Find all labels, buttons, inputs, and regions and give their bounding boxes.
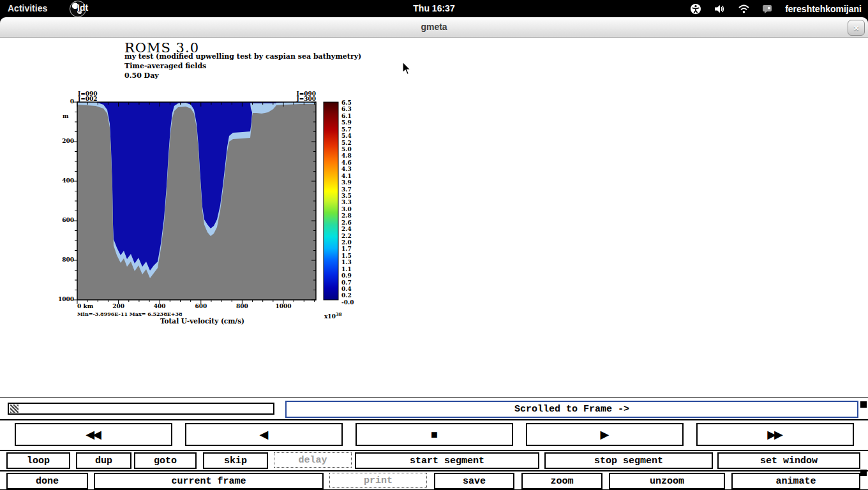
colorbar-tick-label: 1.1 [341, 266, 352, 272]
play-button[interactable]: ▶ [526, 423, 684, 446]
colorbar-tick-label: 5.9 [341, 119, 352, 126]
colorbar-tick-label: 3.5 [341, 193, 352, 199]
close-button[interactable]: × [848, 20, 865, 36]
window-title: gmeta [0, 22, 868, 32]
x-tick-label: 400 [140, 303, 179, 309]
colorbar-tick-label: 0.9 [341, 272, 352, 279]
x-tick-label: 200 [100, 303, 138, 309]
colorbar-tick-label: 4.3 [341, 166, 352, 172]
field-name-label: Total U-velocity (cm/s) [142, 317, 263, 325]
colorbar-tick-label: 5.7 [341, 126, 352, 133]
colorbar-tick-label: 2.2 [341, 233, 352, 239]
dup-button[interactable]: dup [76, 452, 131, 469]
colorbar-tick-label: 5.4 [341, 133, 352, 139]
section-end-label: I=090J=300 [288, 91, 316, 101]
rewind-button[interactable]: ◀◀ [15, 423, 172, 446]
colorbar-tick-label: 4.1 [341, 173, 352, 179]
scrollbar-thumb[interactable] [10, 405, 19, 413]
done-button[interactable]: done [6, 473, 88, 489]
x-tick-label: 600 [182, 303, 220, 309]
plot-subtitle-3: 0.50 Day [124, 71, 159, 80]
print-button: print [329, 473, 427, 488]
separator [0, 419, 868, 420]
colorbar-tick-label: 4.8 [341, 152, 352, 159]
accessibility-icon[interactable] [690, 3, 701, 15]
top-bar: Activities Idt Thu 16:37 fereshtehkomija… [0, 0, 868, 17]
x-tick-label: 800 [223, 303, 261, 309]
fast-forward-button[interactable]: ▶▶ [696, 423, 854, 446]
plot-subtitle-1: my test (modified upwelling test by casp… [124, 52, 361, 61]
system-tray: fereshtehkomijani [690, 0, 862, 17]
min-max-readout: Min=-3.8996E-11 Max= 6.5238E+38 [77, 311, 183, 317]
colorbar-tick-label: 1.7 [341, 246, 352, 252]
wifi-icon[interactable] [738, 4, 750, 14]
skip-button[interactable]: skip [203, 452, 268, 469]
notification-icon[interactable] [762, 4, 773, 14]
y-tick-label: 600 [51, 217, 74, 223]
colorbar-tick-label: 4.6 [341, 160, 352, 166]
colorbar [324, 102, 338, 300]
colorbar-tick-label: 6.1 [341, 113, 352, 119]
frame-status-box: Scrolled to Frame -> [285, 401, 858, 418]
window-titlebar[interactable]: gmeta × [0, 17, 868, 38]
current-frame-button[interactable]: current frame [94, 473, 324, 489]
section-start-label: I=090J=002 [78, 91, 98, 101]
colorbar-tick-label: 0.4 [341, 286, 352, 292]
colorbar-tick-label: 2.0 [341, 239, 352, 246]
frame-status-text: Scrolled to Frame -> [514, 404, 629, 415]
stop-button[interactable]: ■ [355, 423, 513, 446]
set-window-button[interactable]: set window [717, 452, 860, 469]
roms-section-plot [0, 37, 447, 394]
plot-subtitle-2: Time-averaged fields [124, 62, 206, 70]
animate-button[interactable]: animate [731, 473, 860, 489]
start-segment-button[interactable]: start segment [355, 452, 539, 469]
colorbar-tick-label: 2.8 [341, 212, 352, 219]
save-button[interactable]: save [434, 473, 514, 489]
colorbar-tick-label: 1.5 [341, 253, 352, 259]
idt-control-panel: Scrolled to Frame -> ◀◀◀■▶▶▶ loopdupgoto… [0, 397, 868, 490]
pane-grip[interactable] [860, 401, 867, 408]
zoom-button[interactable]: zoom [521, 473, 602, 489]
colorbar-tick-label: 1.3 [341, 259, 352, 265]
colorbar-tick-label: 3.0 [341, 206, 352, 212]
separator [0, 470, 868, 471]
colorbar-tick-label: 2.6 [341, 219, 352, 226]
frame-scrollbar[interactable] [8, 403, 274, 415]
colorbar-tick-label: 6.5 [341, 100, 352, 106]
x-tick-label: 1000 [264, 303, 303, 309]
colorbar-tick-label: 5.0 [341, 146, 352, 152]
y-tick-label: 200 [51, 138, 74, 144]
step-back-button[interactable]: ◀ [185, 423, 343, 446]
y-tick-label: 1000 [51, 296, 74, 302]
unzoom-button[interactable]: unzoom [609, 473, 725, 489]
stop-segment-button[interactable]: stop segment [544, 452, 713, 469]
pane-grip[interactable] [860, 470, 867, 476]
colorbar-tick-label: 2.4 [341, 226, 352, 232]
y-tick-label: 0 [51, 98, 74, 105]
gmeta-canvas: ROMS 3.0 my test (modified upwelling tes… [0, 37, 868, 397]
colorbar-exponent: x1038 [324, 311, 342, 320]
loop-button[interactable]: loop [6, 452, 70, 469]
y-axis-unit: m [63, 113, 69, 119]
y-tick-label: 800 [51, 256, 74, 263]
colorbar-tick-label: -0.0 [341, 299, 354, 306]
username[interactable]: fereshtehkomijani [785, 4, 862, 14]
volume-icon[interactable] [714, 3, 726, 15]
colorbar-tick-label: 3.9 [341, 179, 352, 186]
colorbar-tick-label: 5.2 [341, 140, 352, 146]
colorbar-tick-label: 0.7 [341, 279, 352, 286]
y-tick-label: 400 [51, 177, 74, 184]
delay-button: delay [274, 452, 352, 468]
separator [0, 450, 868, 451]
colorbar-tick-label: 3.3 [341, 199, 352, 205]
colorbar-tick-label: 3.7 [341, 186, 352, 193]
colorbar-tick-label: 6.3 [341, 106, 352, 112]
colorbar-tick-label: 0.2 [341, 292, 352, 299]
goto-button[interactable]: goto [134, 452, 197, 469]
mouse-cursor [403, 62, 410, 75]
